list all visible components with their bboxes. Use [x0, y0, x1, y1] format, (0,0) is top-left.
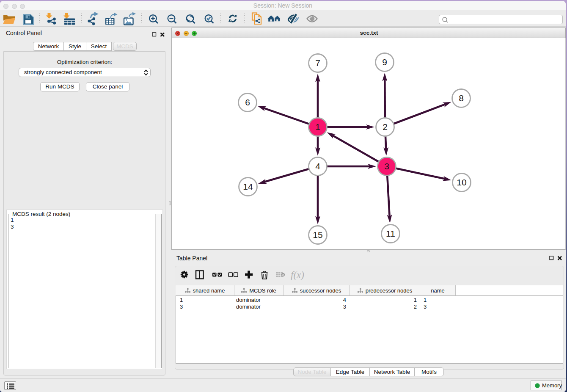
svg-text:3: 3 [384, 161, 389, 171]
svg-text:15: 15 [313, 230, 322, 240]
svg-text:6: 6 [245, 97, 250, 107]
svg-text:1: 1 [315, 122, 320, 132]
svg-text:14: 14 [243, 182, 253, 191]
svg-text:7: 7 [315, 58, 320, 68]
svg-text:2: 2 [383, 122, 388, 132]
svg-text:10: 10 [457, 177, 466, 187]
svg-text:8: 8 [459, 93, 464, 103]
svg-text:9: 9 [382, 57, 387, 67]
svg-text:11: 11 [386, 229, 395, 238]
svg-text:f(x): f(x) [291, 270, 304, 280]
svg-text:4: 4 [315, 161, 320, 171]
